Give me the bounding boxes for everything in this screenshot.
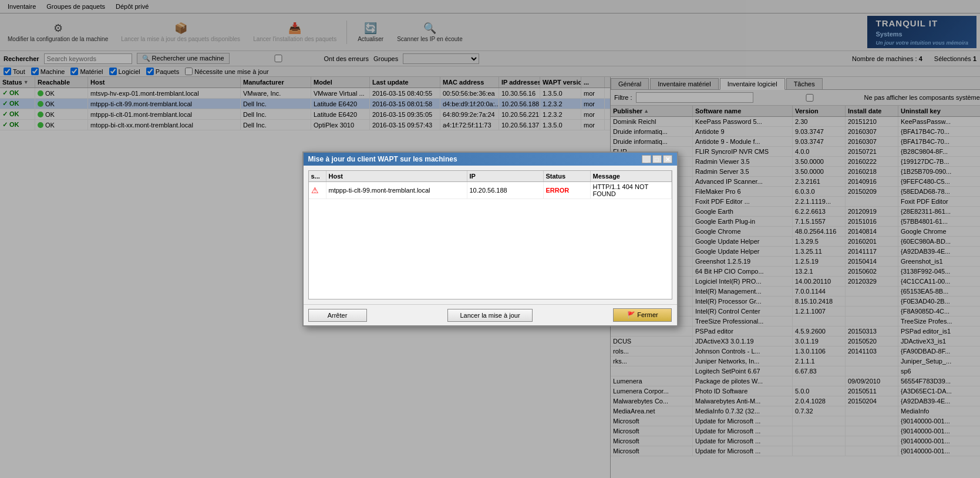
- modal-title-bar: Mise à jour du client WAPT sur les machi…: [304, 153, 677, 166]
- error-icon: ⚠: [311, 186, 319, 195]
- modal-restore-button[interactable]: □: [652, 155, 662, 163]
- modal-row-0-status-icon: ⚠: [309, 182, 326, 198]
- modal-window-controls: _ □ ✕: [642, 155, 672, 163]
- arreter-button[interactable]: Arrêter: [308, 309, 367, 322]
- modal-row-0-status: ERROR: [544, 182, 591, 198]
- modal-row-0: ⚠ mtppp-ti-clt-99.mont-tremblant.local 1…: [309, 182, 672, 199]
- fermer-button[interactable]: 🚩 Fermer: [613, 308, 672, 322]
- modal-close-button[interactable]: ✕: [663, 155, 672, 163]
- modal-row-0-host: mtppp-ti-clt-99.mont-tremblant.local: [326, 182, 467, 198]
- modal-list-header: s... Host IP Status Message: [308, 170, 672, 182]
- modal-col-message: Message: [591, 171, 672, 181]
- modal-col-s: s...: [309, 171, 326, 181]
- modal-row-0-ip: 10.20.56.188: [467, 182, 544, 198]
- modal-title-text: Mise à jour du client WAPT sur les machi…: [308, 155, 457, 163]
- fermer-icon: 🚩: [627, 311, 637, 318]
- modal-machine-list: ⚠ mtppp-ti-clt-99.mont-tremblant.local 1…: [308, 182, 672, 299]
- modal-row-0-message: HTTP/1.1 404 NOT FOUND: [591, 182, 672, 198]
- modal-minimize-button[interactable]: _: [642, 155, 651, 163]
- modal-col-status: Status: [544, 171, 591, 181]
- modal-list-empty-space: [309, 199, 672, 287]
- modal-body: s... Host IP Status Message ⚠ mtppp-ti-c…: [304, 166, 677, 304]
- modal-col-ip: IP: [467, 171, 544, 181]
- lancer-maj-modal-button[interactable]: Lancer la mise à jour: [447, 309, 532, 322]
- modal-col-host: Host: [326, 171, 467, 181]
- modal-overlay: Mise à jour du client WAPT sur les machi…: [0, 0, 980, 478]
- wapt-update-modal: Mise à jour du client WAPT sur les machi…: [302, 152, 678, 326]
- modal-footer: Arrêter Lancer la mise à jour 🚩 Fermer: [304, 304, 677, 325]
